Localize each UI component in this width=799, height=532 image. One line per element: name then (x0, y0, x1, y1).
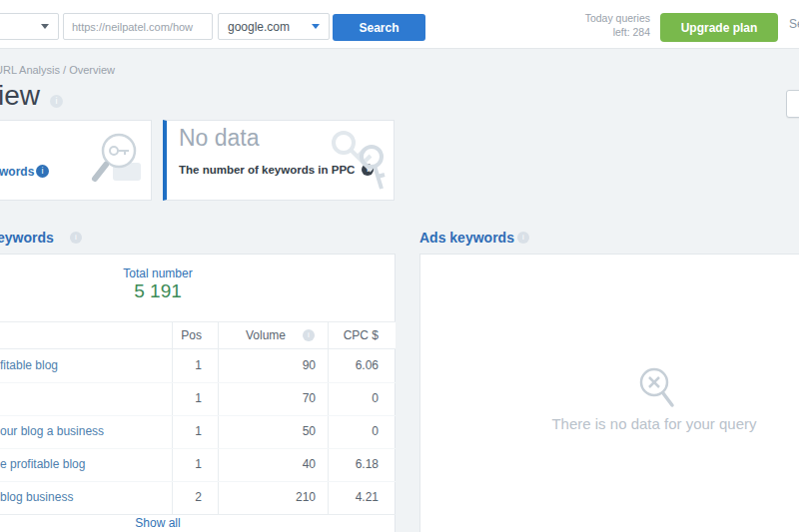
table-grid-line (172, 321, 173, 514)
pos-value: 1 (172, 424, 210, 438)
upgrade-plan-button[interactable]: Upgrade plan (660, 13, 778, 42)
pos-value: 1 (172, 391, 210, 405)
keyword-link[interactable]: e profitable blog (0, 457, 85, 471)
cpc-value: 0 (328, 391, 388, 405)
cpc-value: 0 (328, 424, 388, 438)
project-select[interactable] (0, 13, 59, 40)
table-bottom-border (0, 514, 396, 515)
keys-icon (320, 127, 392, 199)
page-title-info-icon[interactable]: i (50, 95, 63, 108)
show-all-link[interactable]: Show all (58, 516, 258, 530)
pos-value: 1 (172, 457, 210, 471)
pos-value: 2 (172, 490, 210, 504)
cut-off-button[interactable] (786, 90, 799, 118)
total-number-label: Total number (58, 266, 258, 280)
pos-value: 1 (172, 358, 210, 372)
url-input[interactable] (63, 13, 213, 40)
ads-keywords-panel (419, 254, 799, 532)
volume-value: 50 (218, 424, 316, 438)
queries-left-line1: Today queries (560, 11, 650, 25)
breadcrumb: URL Analysis / Overview (0, 64, 115, 76)
volume-value: 40 (218, 457, 316, 471)
ads-keywords-section-title: Ads keywords (419, 230, 514, 246)
topbar-right-cut-text[interactable]: Se (789, 17, 799, 31)
keyword-link[interactable]: our blog a business (0, 424, 104, 438)
volume-value: 70 (218, 391, 316, 405)
row-divider (0, 481, 396, 482)
table-grid-line (218, 321, 219, 514)
keyword-link[interactable]: blog business (0, 490, 73, 504)
column-header-cpc[interactable]: CPC $ (328, 328, 388, 342)
volume-info-icon[interactable]: i (303, 329, 315, 341)
search-engine-value: google.com (228, 20, 290, 34)
organic-keywords-link[interactable]: words (0, 165, 34, 179)
total-number-value: 5 191 (58, 280, 258, 302)
row-divider (0, 382, 396, 383)
row-divider (0, 415, 396, 416)
seo-keywords-info-icon[interactable]: i (70, 232, 82, 244)
cpc-value: 6.06 (328, 358, 388, 372)
search-engine-select[interactable]: google.com (218, 13, 330, 40)
table-grid-line (328, 321, 329, 514)
chevron-down-icon (41, 24, 49, 29)
organic-keywords-info-icon[interactable]: i (36, 165, 49, 178)
page-title: iew (0, 80, 40, 112)
no-data-magnifier-icon (633, 363, 683, 417)
ads-keywords-info-icon[interactable]: i (517, 232, 529, 244)
queries-left-label: Today queries left: 284 (560, 11, 650, 39)
cpc-value: 6.18 (328, 457, 388, 471)
organic-keywords-card[interactable]: words i (0, 120, 152, 201)
no-data-message: There is no data for your query (454, 415, 799, 432)
ppc-no-data-title: No data (179, 125, 260, 152)
keyword-link[interactable]: fitable blog (0, 358, 58, 372)
column-header-pos[interactable]: Pos (172, 328, 210, 342)
cpc-value: 4.21 (328, 490, 388, 504)
seo-keywords-section-title: eywords (0, 230, 54, 246)
chevron-down-icon (312, 24, 320, 29)
row-divider (0, 448, 396, 449)
topbar: google.com Search Today queries left: 28… (0, 0, 799, 49)
column-header-volume[interactable]: Volume (218, 328, 314, 342)
queries-left-line2: left: 284 (560, 25, 650, 39)
magnifier-key-icon (83, 129, 145, 197)
search-button[interactable]: Search (333, 14, 425, 41)
ppc-keywords-card[interactable]: No data The number of keywords in PPC i (163, 120, 395, 201)
volume-value: 90 (218, 358, 316, 372)
volume-value: 210 (218, 490, 316, 504)
